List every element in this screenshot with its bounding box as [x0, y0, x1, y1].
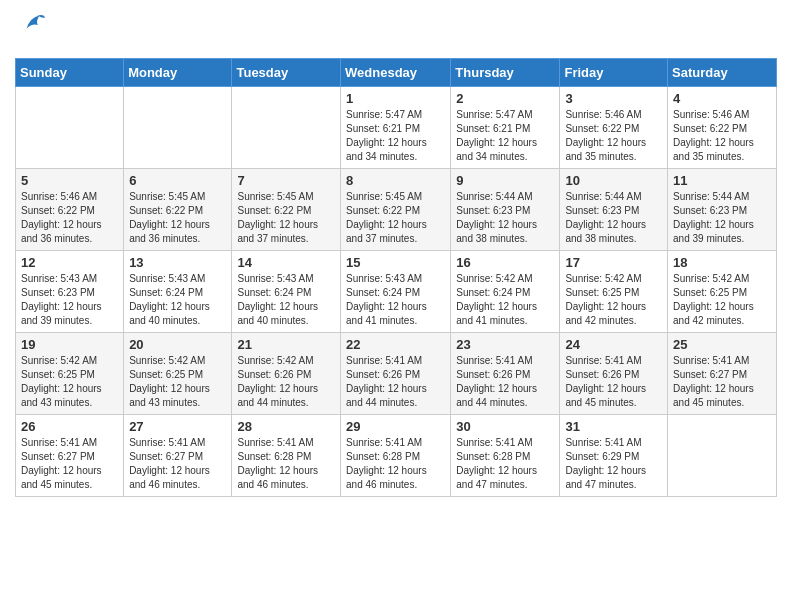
day-number: 2 — [456, 91, 554, 106]
calendar-cell: 15Sunrise: 5:43 AM Sunset: 6:24 PM Dayli… — [341, 251, 451, 333]
day-number: 13 — [129, 255, 226, 270]
day-number: 20 — [129, 337, 226, 352]
day-info: Sunrise: 5:46 AM Sunset: 6:22 PM Dayligh… — [565, 108, 662, 164]
day-info: Sunrise: 5:42 AM Sunset: 6:25 PM Dayligh… — [673, 272, 771, 328]
day-number: 16 — [456, 255, 554, 270]
day-number: 27 — [129, 419, 226, 434]
day-number: 21 — [237, 337, 335, 352]
day-number: 12 — [21, 255, 118, 270]
day-info: Sunrise: 5:43 AM Sunset: 6:23 PM Dayligh… — [21, 272, 118, 328]
day-number: 14 — [237, 255, 335, 270]
day-info: Sunrise: 5:41 AM Sunset: 6:29 PM Dayligh… — [565, 436, 662, 492]
day-info: Sunrise: 5:43 AM Sunset: 6:24 PM Dayligh… — [346, 272, 445, 328]
calendar-week-row: 19Sunrise: 5:42 AM Sunset: 6:25 PM Dayli… — [16, 333, 777, 415]
calendar-cell: 25Sunrise: 5:41 AM Sunset: 6:27 PM Dayli… — [668, 333, 777, 415]
day-number: 8 — [346, 173, 445, 188]
day-number: 11 — [673, 173, 771, 188]
day-number: 4 — [673, 91, 771, 106]
calendar-cell: 28Sunrise: 5:41 AM Sunset: 6:28 PM Dayli… — [232, 415, 341, 497]
day-info: Sunrise: 5:42 AM Sunset: 6:26 PM Dayligh… — [237, 354, 335, 410]
calendar-cell: 26Sunrise: 5:41 AM Sunset: 6:27 PM Dayli… — [16, 415, 124, 497]
calendar-cell: 30Sunrise: 5:41 AM Sunset: 6:28 PM Dayli… — [451, 415, 560, 497]
day-info: Sunrise: 5:41 AM Sunset: 6:27 PM Dayligh… — [21, 436, 118, 492]
calendar-cell: 20Sunrise: 5:42 AM Sunset: 6:25 PM Dayli… — [124, 333, 232, 415]
calendar-cell: 31Sunrise: 5:41 AM Sunset: 6:29 PM Dayli… — [560, 415, 668, 497]
calendar-cell: 4Sunrise: 5:46 AM Sunset: 6:22 PM Daylig… — [668, 87, 777, 169]
day-info: Sunrise: 5:44 AM Sunset: 6:23 PM Dayligh… — [565, 190, 662, 246]
day-info: Sunrise: 5:41 AM Sunset: 6:26 PM Dayligh… — [565, 354, 662, 410]
day-info: Sunrise: 5:41 AM Sunset: 6:26 PM Dayligh… — [346, 354, 445, 410]
calendar-header-friday: Friday — [560, 59, 668, 87]
calendar-week-row: 26Sunrise: 5:41 AM Sunset: 6:27 PM Dayli… — [16, 415, 777, 497]
day-info: Sunrise: 5:47 AM Sunset: 6:21 PM Dayligh… — [346, 108, 445, 164]
page-container: SundayMondayTuesdayWednesdayThursdayFrid… — [0, 0, 792, 507]
day-info: Sunrise: 5:46 AM Sunset: 6:22 PM Dayligh… — [673, 108, 771, 164]
calendar-cell: 17Sunrise: 5:42 AM Sunset: 6:25 PM Dayli… — [560, 251, 668, 333]
header — [15, 10, 777, 50]
logo-bird-icon — [19, 10, 47, 42]
calendar-cell — [232, 87, 341, 169]
calendar-cell: 19Sunrise: 5:42 AM Sunset: 6:25 PM Dayli… — [16, 333, 124, 415]
calendar-header-monday: Monday — [124, 59, 232, 87]
day-info: Sunrise: 5:43 AM Sunset: 6:24 PM Dayligh… — [129, 272, 226, 328]
logo — [15, 10, 47, 50]
calendar-cell — [124, 87, 232, 169]
calendar-cell: 8Sunrise: 5:45 AM Sunset: 6:22 PM Daylig… — [341, 169, 451, 251]
day-number: 24 — [565, 337, 662, 352]
day-info: Sunrise: 5:44 AM Sunset: 6:23 PM Dayligh… — [456, 190, 554, 246]
calendar-cell: 24Sunrise: 5:41 AM Sunset: 6:26 PM Dayli… — [560, 333, 668, 415]
day-info: Sunrise: 5:46 AM Sunset: 6:22 PM Dayligh… — [21, 190, 118, 246]
day-number: 28 — [237, 419, 335, 434]
day-info: Sunrise: 5:42 AM Sunset: 6:25 PM Dayligh… — [129, 354, 226, 410]
calendar-cell: 1Sunrise: 5:47 AM Sunset: 6:21 PM Daylig… — [341, 87, 451, 169]
calendar-cell: 16Sunrise: 5:42 AM Sunset: 6:24 PM Dayli… — [451, 251, 560, 333]
calendar-cell: 18Sunrise: 5:42 AM Sunset: 6:25 PM Dayli… — [668, 251, 777, 333]
calendar-cell: 6Sunrise: 5:45 AM Sunset: 6:22 PM Daylig… — [124, 169, 232, 251]
day-number: 7 — [237, 173, 335, 188]
day-info: Sunrise: 5:41 AM Sunset: 6:27 PM Dayligh… — [673, 354, 771, 410]
calendar-cell: 5Sunrise: 5:46 AM Sunset: 6:22 PM Daylig… — [16, 169, 124, 251]
day-number: 22 — [346, 337, 445, 352]
day-number: 10 — [565, 173, 662, 188]
calendar-header-tuesday: Tuesday — [232, 59, 341, 87]
day-number: 23 — [456, 337, 554, 352]
day-info: Sunrise: 5:45 AM Sunset: 6:22 PM Dayligh… — [129, 190, 226, 246]
day-number: 9 — [456, 173, 554, 188]
day-number: 3 — [565, 91, 662, 106]
day-number: 29 — [346, 419, 445, 434]
day-number: 25 — [673, 337, 771, 352]
day-number: 1 — [346, 91, 445, 106]
calendar-week-row: 5Sunrise: 5:46 AM Sunset: 6:22 PM Daylig… — [16, 169, 777, 251]
calendar-cell: 10Sunrise: 5:44 AM Sunset: 6:23 PM Dayli… — [560, 169, 668, 251]
calendar-cell — [16, 87, 124, 169]
day-info: Sunrise: 5:41 AM Sunset: 6:28 PM Dayligh… — [456, 436, 554, 492]
calendar-cell: 2Sunrise: 5:47 AM Sunset: 6:21 PM Daylig… — [451, 87, 560, 169]
calendar-cell: 14Sunrise: 5:43 AM Sunset: 6:24 PM Dayli… — [232, 251, 341, 333]
calendar-week-row: 12Sunrise: 5:43 AM Sunset: 6:23 PM Dayli… — [16, 251, 777, 333]
day-info: Sunrise: 5:42 AM Sunset: 6:24 PM Dayligh… — [456, 272, 554, 328]
day-number: 18 — [673, 255, 771, 270]
calendar-cell: 23Sunrise: 5:41 AM Sunset: 6:26 PM Dayli… — [451, 333, 560, 415]
day-number: 31 — [565, 419, 662, 434]
day-info: Sunrise: 5:41 AM Sunset: 6:27 PM Dayligh… — [129, 436, 226, 492]
day-info: Sunrise: 5:45 AM Sunset: 6:22 PM Dayligh… — [237, 190, 335, 246]
calendar-header-wednesday: Wednesday — [341, 59, 451, 87]
day-number: 17 — [565, 255, 662, 270]
calendar-cell: 13Sunrise: 5:43 AM Sunset: 6:24 PM Dayli… — [124, 251, 232, 333]
day-info: Sunrise: 5:44 AM Sunset: 6:23 PM Dayligh… — [673, 190, 771, 246]
calendar-cell: 29Sunrise: 5:41 AM Sunset: 6:28 PM Dayli… — [341, 415, 451, 497]
day-info: Sunrise: 5:42 AM Sunset: 6:25 PM Dayligh… — [565, 272, 662, 328]
calendar-cell: 12Sunrise: 5:43 AM Sunset: 6:23 PM Dayli… — [16, 251, 124, 333]
calendar-cell: 3Sunrise: 5:46 AM Sunset: 6:22 PM Daylig… — [560, 87, 668, 169]
calendar-header-saturday: Saturday — [668, 59, 777, 87]
day-info: Sunrise: 5:41 AM Sunset: 6:28 PM Dayligh… — [237, 436, 335, 492]
calendar-table: SundayMondayTuesdayWednesdayThursdayFrid… — [15, 58, 777, 497]
day-info: Sunrise: 5:41 AM Sunset: 6:26 PM Dayligh… — [456, 354, 554, 410]
day-number: 26 — [21, 419, 118, 434]
day-number: 19 — [21, 337, 118, 352]
calendar-cell: 7Sunrise: 5:45 AM Sunset: 6:22 PM Daylig… — [232, 169, 341, 251]
day-number: 5 — [21, 173, 118, 188]
calendar-header-sunday: Sunday — [16, 59, 124, 87]
day-number: 6 — [129, 173, 226, 188]
calendar-cell: 22Sunrise: 5:41 AM Sunset: 6:26 PM Dayli… — [341, 333, 451, 415]
